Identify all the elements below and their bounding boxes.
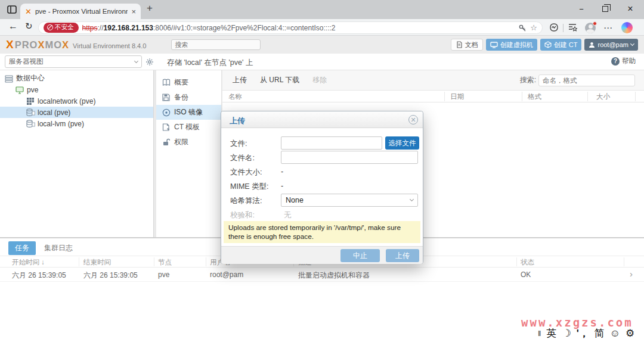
browser-tab[interactable]: ✕ pve - Proxmox Virtual Environme × bbox=[20, 4, 141, 19]
column-end-time[interactable]: 结束时间 bbox=[83, 258, 111, 267]
upload-dialog: 上传 ✕ 文件: 选择文件 文件名: 文件大小: - MIME 类型: - 哈希… bbox=[221, 111, 423, 264]
storage-icon bbox=[26, 120, 35, 128]
global-search-input[interactable] bbox=[171, 39, 261, 50]
upload-button[interactable]: 上传 bbox=[227, 73, 252, 87]
monitor-icon bbox=[490, 42, 498, 48]
filename-input[interactable] bbox=[281, 151, 418, 164]
filename-label: 文件名: bbox=[230, 153, 255, 163]
proxmox-brand: PROXMOX bbox=[15, 39, 69, 51]
minimize-button[interactable]: − bbox=[571, 0, 592, 18]
create-ct-button[interactable]: 创建 CT bbox=[540, 39, 582, 51]
more-menu-icon[interactable]: ⋯ bbox=[603, 23, 612, 33]
user-menu-button[interactable]: root@pam bbox=[584, 39, 638, 51]
tree-item-local[interactable]: local (pve) bbox=[0, 107, 153, 118]
dialog-titlebar[interactable]: 上传 ✕ bbox=[221, 111, 423, 128]
back-icon[interactable]: ← bbox=[8, 21, 18, 32]
tree-item-datacenter[interactable]: 数据中心 bbox=[0, 73, 153, 84]
browser-titlebar: ✕ pve - Proxmox Virtual Environme × + − … bbox=[0, 0, 644, 19]
proxmox-logo-icon: X bbox=[6, 38, 14, 51]
menu-item-ct-templates[interactable]: CT 模板 bbox=[156, 120, 221, 135]
tree-item-pve[interactable]: pve bbox=[0, 84, 153, 95]
node-icon bbox=[16, 86, 24, 94]
toolbar-divider bbox=[563, 24, 564, 32]
pve-subheader: 服务器视图 存储 'local' 在节点 'pve' 上 ? 帮助 bbox=[0, 54, 644, 70]
storage-icon bbox=[26, 108, 35, 117]
new-tab-button[interactable]: + bbox=[147, 2, 153, 14]
ime-punctuation-toggle[interactable]: '， bbox=[577, 327, 589, 340]
chevron-down-icon bbox=[410, 197, 414, 201]
documentation-button[interactable]: 文档 bbox=[451, 39, 483, 51]
datacenter-icon bbox=[5, 74, 13, 83]
tab-close-icon[interactable]: × bbox=[131, 7, 136, 16]
content-toolbar: 上传 从 URL 下载 移除 搜索: bbox=[222, 70, 644, 90]
copilot-icon[interactable] bbox=[621, 22, 633, 33]
tab-tasks[interactable]: 任务 bbox=[8, 241, 36, 255]
tree-item-local-lvm[interactable]: local-lvm (pve) bbox=[0, 118, 153, 129]
password-key-icon[interactable] bbox=[518, 24, 527, 32]
ime-fullwidth-moon-icon[interactable]: ☽ bbox=[562, 327, 571, 340]
filter-input[interactable] bbox=[538, 74, 635, 86]
template-icon bbox=[162, 123, 171, 132]
column-date[interactable]: 日期 bbox=[450, 92, 464, 101]
task-start-time: 六月 26 15:39:05 bbox=[12, 271, 66, 281]
filesize-value: - bbox=[281, 167, 283, 176]
refresh-icon[interactable]: ↻ bbox=[25, 21, 33, 32]
checksum-value: 无 bbox=[284, 210, 292, 220]
ime-language-toggle[interactable]: 英 bbox=[546, 327, 556, 340]
column-name[interactable]: 名称 bbox=[228, 92, 242, 101]
gear-icon bbox=[145, 58, 154, 66]
help-icon: ? bbox=[611, 57, 620, 66]
ime-drag-handle[interactable]: ‖ bbox=[538, 329, 541, 338]
ime-emoji-icon[interactable]: ☺ bbox=[610, 328, 620, 340]
task-status: OK bbox=[521, 271, 531, 279]
ime-settings-gear-icon[interactable]: ⚙ bbox=[626, 327, 634, 340]
menu-item-permissions[interactable]: 权限 bbox=[156, 135, 221, 150]
hash-algorithm-label: 哈希算法: bbox=[230, 196, 262, 206]
proxmox-favicon-icon: ✕ bbox=[25, 7, 32, 16]
close-button[interactable]: × bbox=[620, 0, 640, 18]
chevron-down-icon bbox=[630, 42, 634, 46]
column-node[interactable]: 节点 bbox=[158, 258, 172, 267]
mime-type-value: - bbox=[281, 182, 283, 190]
browser-essentials-icon[interactable] bbox=[549, 23, 559, 32]
network-icon bbox=[26, 97, 35, 105]
dialog-footer: 中止 上传 bbox=[221, 246, 423, 264]
tab-cluster-log[interactable]: 集群日志 bbox=[44, 243, 73, 253]
backup-icon bbox=[162, 94, 171, 102]
create-vm-button[interactable]: 创建虚拟机 bbox=[486, 39, 537, 51]
file-input[interactable] bbox=[281, 136, 382, 150]
column-start-time[interactable]: 开始时间 ↓ bbox=[12, 258, 45, 267]
remove-button: 移除 bbox=[307, 73, 332, 87]
restore-icon bbox=[602, 6, 608, 12]
task-row[interactable]: 六月 26 15:39:05 六月 26 15:39:05 pve root@p… bbox=[0, 268, 644, 282]
menu-item-backup[interactable]: 备份 bbox=[156, 90, 221, 105]
mime-type-label: MIME 类型: bbox=[230, 182, 269, 192]
address-bar[interactable]: 不安全 https://192.168.21.153:8006/#v1:0:=s… bbox=[38, 21, 543, 34]
security-badge[interactable]: 不安全 bbox=[44, 23, 79, 33]
lock-icon bbox=[162, 138, 171, 147]
favorites-bar-icon[interactable] bbox=[568, 23, 577, 32]
restore-button[interactable] bbox=[595, 0, 615, 18]
summary-icon bbox=[162, 79, 171, 87]
column-format[interactable]: 格式 bbox=[528, 92, 541, 101]
menu-item-iso-images[interactable]: ISO 镜像 bbox=[156, 105, 221, 120]
hash-algorithm-select[interactable]: None bbox=[281, 194, 418, 207]
task-username: root@pam bbox=[210, 271, 243, 279]
task-node: pve bbox=[158, 271, 169, 279]
download-from-url-button[interactable]: 从 URL 下载 bbox=[255, 73, 305, 87]
column-size[interactable]: 大小 bbox=[596, 92, 610, 101]
tree-settings-button[interactable] bbox=[144, 55, 155, 68]
help-button[interactable]: ? 帮助 bbox=[611, 57, 636, 66]
choose-file-button[interactable]: 选择文件 bbox=[385, 136, 419, 150]
menu-item-summary[interactable]: 概要 bbox=[156, 75, 221, 90]
expand-chevron-icon[interactable]: › bbox=[630, 269, 633, 279]
column-status[interactable]: 状态 bbox=[521, 258, 534, 267]
view-selector[interactable]: 服务器视图 bbox=[5, 55, 142, 68]
dialog-close-icon[interactable]: ✕ bbox=[408, 115, 418, 125]
ime-simplified-toggle[interactable]: 简 bbox=[595, 327, 605, 340]
bookmark-star-icon[interactable]: ☆ bbox=[530, 23, 537, 32]
filesize-label: 文件大小: bbox=[230, 167, 262, 178]
tree-item-localnetwork[interactable]: localnetwork (pve) bbox=[0, 95, 153, 107]
tab-actions-icon[interactable] bbox=[7, 4, 17, 15]
dialog-title: 上传 bbox=[230, 116, 245, 126]
